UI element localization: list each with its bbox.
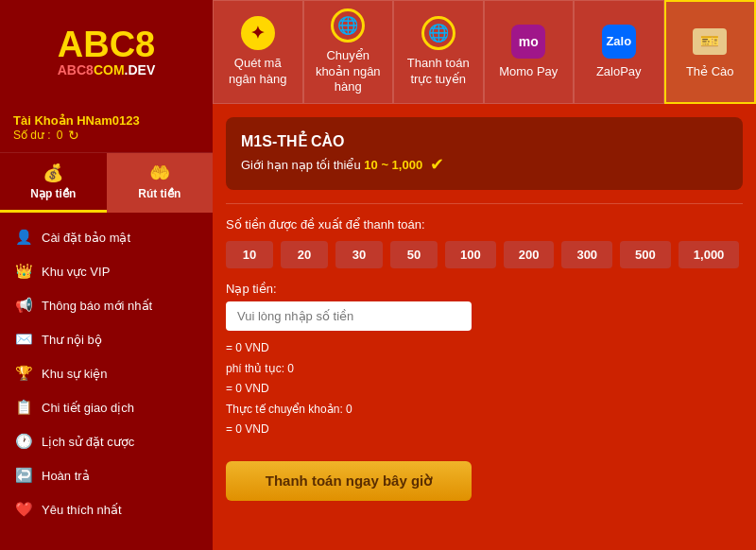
momo-logo: mo [511,25,545,59]
amount-input[interactable] [226,301,472,331]
payment-tabs: ✦ Quét mã ngân hàng 🌐 Chuyển khoản ngân … [213,0,756,104]
menu-notification[interactable]: 📢 Thông báo mới nhất [0,288,213,322]
naptien-label: Nạp tiền [30,187,76,200]
inbox-label: Thư nội bộ [42,333,102,347]
calc-line-0: = 0 VND [226,338,743,359]
naptien-icon: 💰 [43,163,63,183]
balance-value: 0 [57,129,63,142]
favorites-icon: ❤️ [15,501,32,518]
refresh-icon[interactable]: ↻ [68,128,79,143]
tab-qr[interactable]: ✦ Quét mã ngân hàng [213,0,303,104]
card-icon: 🎫 [693,25,727,59]
menu-vip[interactable]: 👑 Khu vực VIP [0,254,213,288]
balance: Số dư : 0 ↻ [13,128,199,143]
calc-line-2: = 0 VND [226,379,743,400]
user-info: Tài Khoản HNam0123 Số dư : 0 ↻ [0,104,213,153]
tab-transfer[interactable]: 🌐 Chuyển khoản ngân hàng [303,0,394,104]
history-icon: 🕐 [15,433,32,450]
menu-transactions[interactable]: 📋 Chi tiết giao dịch [0,390,213,424]
amount-grid: 10 20 30 50 100 200 300 500 1,000 [226,241,743,268]
amount-30[interactable]: 30 [335,241,383,268]
amount-section-label: Số tiền được đề xuất để thanh toán: [226,217,743,232]
transactions-label: Chi tiết giao dịch [42,401,134,415]
username: Tài Khoản HNam0123 [13,113,199,128]
favorites-label: Yêu thích nhất [42,503,122,517]
zalo-logo: Zalo [602,25,636,59]
sidebar: Tài Khoản HNam0123 Số dư : 0 ↻ 💰 Nạp tiề… [0,104,213,550]
menu-refund[interactable]: ↩️ Hoàn trả [0,458,213,492]
amount-100[interactable]: 100 [445,241,496,268]
events-label: Khu sự kiện [42,367,107,381]
balance-label: Số dư : [13,129,51,142]
card-title: M1S-THẺ CÀO [241,132,728,150]
history-label: Lịch sử đặt cược [42,435,134,449]
amount-300[interactable]: 300 [561,241,612,268]
logo-number: 8 [135,25,155,64]
vip-icon: 👑 [15,263,32,280]
tab-card[interactable]: 🎫 Thẻ Cào [664,0,757,104]
amount-20[interactable]: 20 [281,241,328,268]
qr-tab-label: Quét mã ngân hàng [221,56,295,88]
sidebar-tab-ruttien[interactable]: 🤲 Rút tiền [107,153,214,213]
transactions-icon: 📋 [15,399,32,416]
calc-line-4: = 0 VND [226,420,743,440]
menu-history[interactable]: 🕐 Lịch sử đặt cược [0,424,213,458]
logo: ABC8 ABC8COM.DEV [0,0,213,104]
refund-label: Hoàn trả [42,469,90,483]
tab-momo[interactable]: mo Momo Pay [484,0,575,104]
amount-1000[interactable]: 1,000 [679,241,740,268]
logo-abc-text: ABC [58,25,135,64]
amount-50[interactable]: 50 [390,241,438,268]
qr-icon: ✦ [241,16,275,50]
card-subtitle-text: Giới hạn nạp tối thiểu 10 ~ 1,000 [241,158,422,172]
security-label: Cài đặt bảo mật [42,231,130,245]
transfer-tab-label: Chuyển khoản ngân hàng [312,48,386,96]
calc-info: = 0 VND phí thủ tục: 0 = 0 VND Thực tế c… [226,338,743,440]
online-tab-label: Thanh toán trực tuyến [402,56,475,88]
logo-sub-suf: COM [94,62,125,77]
sidebar-menu: 👤 Cài đặt bảo mật 👑 Khu vực VIP 📢 Thông … [0,213,213,550]
zalopay-icon: Zalo [602,25,636,59]
calc-line-1: phí thủ tục: 0 [226,359,743,380]
notification-label: Thông báo mới nhất [42,299,152,313]
events-icon: 🏆 [15,365,32,382]
nap-label: Nạp tiền: [226,282,743,296]
subtitle-pre: Giới hạn nạp tối thiểu [241,158,364,172]
logo-sub-num: 8 [86,62,94,77]
menu-inbox[interactable]: ✉️ Thư nội bộ [0,322,213,356]
menu-security[interactable]: 👤 Cài đặt bảo mật [0,220,213,254]
divider-1 [226,203,743,204]
momo-icon: mo [511,25,545,59]
sidebar-tab-naptien[interactable]: 💰 Nạp tiền [0,153,107,213]
pay-button[interactable]: Thanh toán ngay bây giờ [226,461,472,501]
main-content: M1S-THẺ CÀO Giới hạn nạp tối thiểu 10 ~ … [213,104,756,550]
globe-icon-online: 🌐 [421,16,455,50]
amount-10[interactable]: 10 [226,241,273,268]
menu-events[interactable]: 🏆 Khu sự kiện [0,356,213,390]
amount-200[interactable]: 200 [504,241,555,268]
tab-zalopay[interactable]: Zalo ZaloPay [574,0,664,104]
menu-favorites[interactable]: ❤️ Yêu thích nhất [0,492,213,526]
card-logo: 🎫 [693,28,727,55]
card-tab-label: Thẻ Cào [686,64,734,80]
calc-line-3: Thực tế chuyển khoản: 0 [226,400,743,421]
tab-online[interactable]: 🌐 Thanh toán trực tuyến [393,0,484,104]
logo-sub-pre: ABC [58,62,86,77]
refund-icon: ↩️ [15,467,32,484]
transfer-icon: 🌐 [331,9,365,43]
vip-label: Khu vực VIP [42,265,110,279]
online-icon: 🌐 [421,16,455,50]
notification-icon: 📢 [15,297,32,314]
ruttien-label: Rút tiền [138,187,180,200]
globe-icon-transfer: 🌐 [331,9,365,43]
card-range: 10 ~ 1,000 [364,158,422,172]
zalopay-tab-label: ZaloPay [596,64,642,80]
amount-500[interactable]: 500 [620,241,671,268]
coin-icon: ✦ [241,16,275,50]
card-section: M1S-THẺ CÀO Giới hạn nạp tối thiểu 10 ~ … [226,117,743,190]
ruttien-icon: 🤲 [149,163,170,183]
check-icon: ✔ [430,154,444,175]
logo-sub: ABC8COM.DEV [58,62,156,77]
security-icon: 👤 [15,229,32,246]
card-subtitle: Giới hạn nạp tối thiểu 10 ~ 1,000 ✔ [241,154,728,175]
